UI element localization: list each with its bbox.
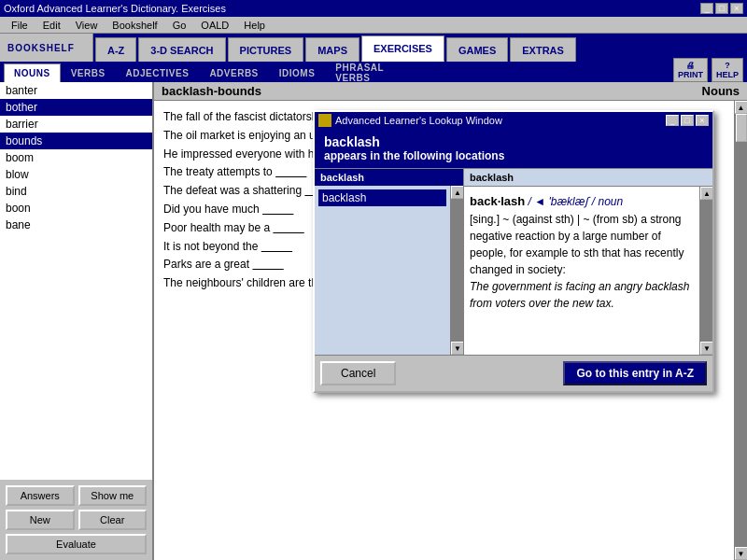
popup-right-scroll-track xyxy=(700,200,712,342)
menu-bar: File Edit View Bookshelf Go OALD Help xyxy=(0,17,747,34)
maximize-button[interactable]: □ xyxy=(715,3,728,14)
popup-word: backlash xyxy=(324,134,703,149)
blank-9[interactable] xyxy=(252,257,317,273)
popup-top: backlash appears in the following locati… xyxy=(315,129,712,168)
sidebar: banter bother barrier bounds boom blow b… xyxy=(0,82,154,560)
popup-icon xyxy=(318,114,331,127)
sidebar-item-bane[interactable]: bane xyxy=(0,217,152,233)
popup-right-scroll-up[interactable]: ▲ xyxy=(700,187,712,200)
scroll-up-arrow[interactable]: ▲ xyxy=(735,101,748,114)
cancel-button[interactable]: Cancel xyxy=(320,361,396,385)
sidebar-item-bind[interactable]: bind xyxy=(0,183,152,200)
popup-scroll-up[interactable]: ▲ xyxy=(451,186,463,199)
evaluate-button[interactable]: Evaluate xyxy=(6,534,147,554)
popup-right-body: back·lash / ◄ 'bæklæʃ / noun [sing.] ~ (… xyxy=(464,187,699,355)
menu-go[interactable]: Go xyxy=(165,20,194,31)
menu-bookshelf[interactable]: Bookshelf xyxy=(105,20,164,31)
show-me-button[interactable]: Show me xyxy=(78,485,148,506)
menu-edit[interactable]: Edit xyxy=(35,20,68,31)
tab-pictures[interactable]: PICTURES xyxy=(228,37,304,62)
sub-tab-adverbs[interactable]: ADVERBS xyxy=(199,63,268,82)
sub-tab-nouns[interactable]: NOUNS xyxy=(4,63,61,82)
popup-close[interactable]: × xyxy=(696,115,709,126)
minimize-button[interactable]: _ xyxy=(700,3,713,14)
popup-left-panel: backlash backlash ▲ ▼ xyxy=(315,169,464,355)
tab-exercises[interactable]: EXERCISES xyxy=(361,35,444,62)
help-icon: ? xyxy=(725,61,730,70)
content-header-title: backlash-bounds xyxy=(162,84,261,98)
print-label: PRINT xyxy=(678,70,703,79)
sidebar-item-bounds[interactable]: bounds xyxy=(0,133,152,149)
menu-oald[interactable]: OALD xyxy=(193,20,236,31)
menu-file[interactable]: File xyxy=(4,20,35,31)
popup-right-header: backlash xyxy=(464,169,712,187)
sidebar-item-blow[interactable]: blow xyxy=(0,166,152,183)
popup-body: backlash appears in the following locati… xyxy=(315,129,712,391)
popup-right-scroll-down[interactable]: ▼ xyxy=(700,342,712,355)
popup-list-item-backlash[interactable]: backlash xyxy=(318,189,446,206)
title-text: Oxford Advanced Learner's Dictionary. Ex… xyxy=(4,3,226,14)
popup-footer: Cancel Go to this entry in A-Z xyxy=(315,355,712,391)
sidebar-item-banter[interactable]: banter xyxy=(0,82,152,99)
tab-extras[interactable]: EXTRAS xyxy=(510,37,576,62)
popup-content: backlash backlash ▲ ▼ xyxy=(315,168,712,355)
popup-right-panel: backlash back·lash / ◄ 'bæklæʃ / noun [s… xyxy=(464,169,712,355)
content-header: backlash-bounds Nouns xyxy=(154,82,747,101)
popup-subtitle: appears in the following locations xyxy=(324,149,703,162)
menu-help[interactable]: Help xyxy=(236,20,273,31)
menu-view[interactable]: View xyxy=(68,20,106,31)
answers-button[interactable]: Answers xyxy=(6,485,75,506)
sub-tab-phrasal-verbs[interactable]: PHRASALVERBS xyxy=(325,63,394,82)
sidebar-buttons: Answers Show me New Clear Evaluate xyxy=(0,480,152,560)
goto-entry-button[interactable]: Go to this entry in A-Z xyxy=(563,361,707,385)
title-bar-buttons: _ □ × xyxy=(700,3,743,14)
tab-maps[interactable]: MAPS xyxy=(305,37,359,62)
new-button[interactable]: New xyxy=(6,510,75,530)
definition-example: The government is facing an angry backla… xyxy=(470,280,689,310)
title-bar: Oxford Advanced Learner's Dictionary. Ex… xyxy=(0,0,747,17)
content-header-right: Nouns xyxy=(702,84,740,98)
content-scrollbar[interactable]: ▲ ▼ xyxy=(734,101,747,560)
content-area: banter bother barrier bounds boom blow b… xyxy=(0,82,747,560)
close-button[interactable]: × xyxy=(730,3,743,14)
print-button[interactable]: 🖨 PRINT xyxy=(673,58,708,82)
main-nav: BOOKSHELF A-Z 3-D SEARCH PICTURES MAPS E… xyxy=(0,34,747,62)
sub-tab-adjectives[interactable]: ADJECTIVES xyxy=(116,63,200,82)
popup-left-header: backlash xyxy=(315,169,463,186)
sidebar-item-boon[interactable]: boon xyxy=(0,200,152,217)
tab-az[interactable]: A-Z xyxy=(95,37,136,62)
sidebar-item-barrier[interactable]: barrier xyxy=(0,116,152,133)
scroll-down-arrow[interactable]: ▼ xyxy=(735,547,748,560)
popup-title-bar: Advanced Learner's Lookup Window _ □ × xyxy=(315,112,712,129)
popup-maximize[interactable]: □ xyxy=(681,115,694,126)
popup-title-buttons: _ □ × xyxy=(666,115,709,126)
popup-title-text: Advanced Learner's Lookup Window xyxy=(335,115,502,126)
lookup-popup: Advanced Learner's Lookup Window _ □ × b… xyxy=(313,110,714,393)
clear-button[interactable]: Clear xyxy=(78,510,148,530)
sidebar-list: banter bother barrier bounds boom blow b… xyxy=(0,82,152,480)
popup-left-scrollbar[interactable]: ▲ ▼ xyxy=(450,186,463,355)
main-content: backlash-bounds Nouns The fall of the fa… xyxy=(154,82,747,560)
popup-right-scrollbar[interactable]: ▲ ▼ xyxy=(699,187,712,355)
tab-games[interactable]: GAMES xyxy=(446,37,508,62)
sub-tab-idioms[interactable]: IDIOMS xyxy=(269,63,326,82)
sidebar-item-boom[interactable]: boom xyxy=(0,149,152,166)
sub-tab-verbs[interactable]: VERBS xyxy=(61,63,116,82)
print-icon: 🖨 xyxy=(686,61,695,70)
popup-left-list: backlash xyxy=(315,186,450,355)
tab-3d-search[interactable]: 3-D SEARCH xyxy=(138,37,225,62)
sidebar-item-bother[interactable]: bother xyxy=(0,99,152,116)
sub-nav-right: 🖨 PRINT ? HELP xyxy=(673,58,747,82)
bookshelf-label: BOOKSHELF xyxy=(0,34,93,62)
popup-minimize[interactable]: _ xyxy=(666,115,679,126)
definition-brackets: [sing.] ~ (against sth) | ~ (from sb) a … xyxy=(470,213,684,276)
help-button[interactable]: ? HELP xyxy=(712,58,743,82)
sub-nav: NOUNS VERBS ADJECTIVES ADVERBS IDIOMS PH… xyxy=(0,62,747,82)
scroll-thumb[interactable] xyxy=(736,114,747,142)
definition-phonetic: / ◄ 'bæklæʃ / noun xyxy=(529,195,624,208)
help-label: HELP xyxy=(716,70,739,79)
definition-word: back·lash xyxy=(470,194,525,208)
popup-scroll-down[interactable]: ▼ xyxy=(451,342,463,355)
scroll-track[interactable] xyxy=(735,114,748,547)
popup-scroll-track xyxy=(451,199,463,342)
